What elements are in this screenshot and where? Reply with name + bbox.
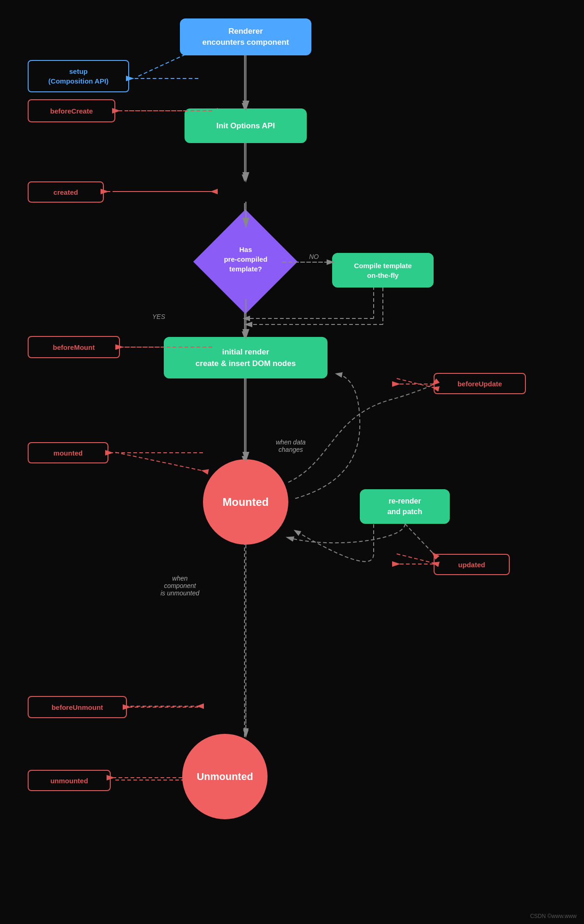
unmounted-hook-label: unmounted (50, 777, 88, 785)
renderer-node: Rendererencounters component (180, 18, 311, 55)
compile-template-node: Compile templateon-the-fly (332, 253, 434, 288)
init-options-node: Init Options API (185, 108, 307, 143)
renderer-label: Rendererencounters component (203, 26, 289, 48)
unmounted-circle-node: Unmounted (182, 734, 268, 819)
svg-line-13 (115, 452, 203, 471)
unmounted-hook-node: unmounted (28, 770, 111, 791)
setup-label: setup(Composition API) (48, 66, 108, 86)
diagram-container: Rendererencounters component setup(Compo… (0, 0, 584, 924)
updated-label: updated (458, 561, 485, 569)
re-render-label: re-renderand patch (387, 496, 423, 517)
before-unmount-label: beforeUnmount (52, 703, 103, 711)
before-create-label: beforeCreate (50, 107, 93, 115)
yes-label: YES (152, 313, 165, 320)
when-unmounted-label: whencomponentis unmounted (161, 575, 199, 597)
re-render-node: re-renderand patch (360, 489, 450, 524)
setup-node: setup(Composition API) (28, 60, 129, 92)
created-node: created (28, 181, 104, 203)
mounted-circle-label: Mounted (223, 496, 269, 509)
init-options-label: Init Options API (216, 121, 275, 131)
mounted-hook-label: mounted (54, 449, 83, 457)
mounted-circle-node: Mounted (203, 459, 288, 545)
no-label: NO (309, 253, 319, 260)
unmounted-circle-label: Unmounted (197, 771, 253, 783)
svg-line-15 (397, 554, 434, 563)
before-unmount-node: beforeUnmount (28, 696, 127, 718)
watermark: CSDN ©www.www (530, 913, 577, 919)
before-mount-node: beforeMount (28, 336, 120, 358)
before-update-label: beforeUpdate (458, 380, 502, 388)
diamond-label: Haspre-compiledtemplate? (205, 245, 286, 274)
updated-node: updated (434, 554, 510, 575)
compile-template-label: Compile templateon-the-fly (354, 261, 411, 280)
before-create-node: beforeCreate (28, 99, 115, 122)
svg-line-14 (397, 378, 434, 388)
created-label: created (54, 188, 78, 196)
svg-line-27 (405, 524, 434, 554)
when-data-changes-label: when datachanges (276, 438, 306, 453)
initial-render-label: initial rendercreate & insert DOM nodes (196, 346, 296, 370)
before-update-node: beforeUpdate (434, 373, 526, 394)
mounted-hook-node: mounted (28, 442, 108, 463)
initial-render-node: initial rendercreate & insert DOM nodes (164, 337, 328, 378)
before-mount-label: beforeMount (53, 343, 95, 351)
